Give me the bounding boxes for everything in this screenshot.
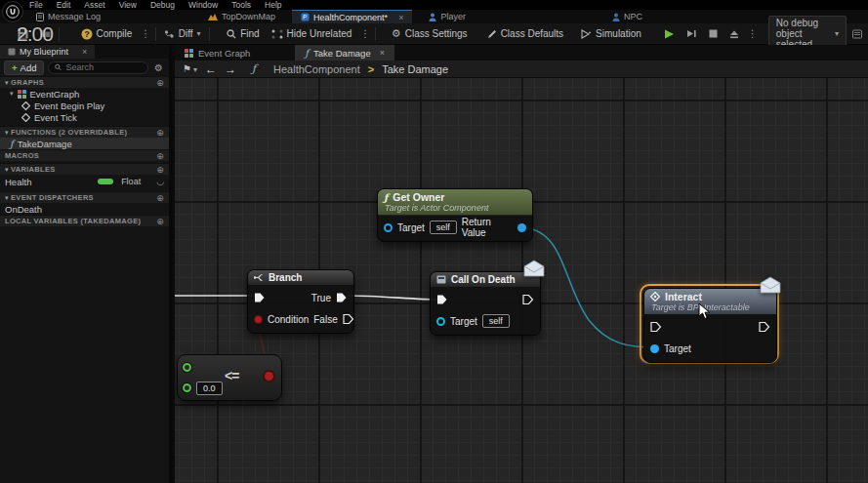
- exec-out-pin[interactable]: [759, 321, 770, 333]
- node-call-on-death[interactable]: Call On Death Target self: [430, 271, 541, 336]
- eject-button[interactable]: [723, 23, 745, 44]
- node-header[interactable]: ƒGet Owner Target is Actor Component: [378, 189, 532, 216]
- add-function-icon[interactable]: ⊕: [156, 128, 164, 138]
- tab-my-blueprint[interactable]: My Blueprint ×: [0, 45, 95, 59]
- macros-section-header[interactable]: MACROS ⊕: [0, 149, 169, 161]
- play-options-icon[interactable]: ⋮: [745, 28, 761, 39]
- dispatchers-section-header[interactable]: ▾ EVENT DISPATCHERS ⊕: [0, 191, 169, 203]
- back-arrow-icon[interactable]: ←: [205, 62, 217, 76]
- npc-icon: [612, 13, 620, 21]
- sidebar-item-takedamage[interactable]: ƒ TakeDamage: [0, 138, 169, 149]
- exec-in-pin[interactable]: [650, 321, 662, 333]
- play-button[interactable]: [657, 23, 681, 44]
- functions-section-header[interactable]: ▾ FUNCTIONS (2 OVERRIDABLE) ⊕: [0, 126, 169, 138]
- menu-window[interactable]: Window: [188, 0, 218, 10]
- hide-unrelated-options-icon[interactable]: ⋮: [357, 28, 373, 39]
- node-less-equal[interactable]: 0.0 <=: [177, 354, 282, 401]
- compile-options-icon[interactable]: ⋮: [138, 28, 153, 39]
- class-defaults-button[interactable]: Class Defaults: [481, 23, 569, 44]
- sidebar-item-ondeath[interactable]: OnDeath: [0, 203, 169, 215]
- exec-false-pin[interactable]: [343, 313, 354, 325]
- breadcrumb-root[interactable]: HealthComponent: [273, 63, 360, 75]
- compile-button[interactable]: ? Compile: [75, 23, 139, 44]
- exec-in-pin[interactable]: [254, 292, 266, 303]
- forward-arrow-icon[interactable]: →: [225, 62, 236, 76]
- frame-skip-button[interactable]: [681, 23, 703, 44]
- close-tab-icon[interactable]: ×: [398, 13, 403, 22]
- visibility-eye-icon[interactable]: ◡: [156, 177, 164, 186]
- search-input[interactable]: [65, 62, 142, 72]
- bool-result-pin[interactable]: [265, 372, 273, 381]
- collapse-caret-icon[interactable]: ▾: [10, 90, 14, 98]
- hide-unrelated-button[interactable]: Hide Unrelated: [266, 23, 358, 44]
- tab-take-damage[interactable]: ƒ Take Damage ×: [295, 45, 394, 60]
- tab-topdownmap[interactable]: TopDownMap: [199, 10, 284, 23]
- close-panel-icon[interactable]: ×: [82, 47, 87, 57]
- target-value-field[interactable]: self: [482, 314, 510, 328]
- exec-in-pin[interactable]: [436, 294, 448, 305]
- search-box[interactable]: [48, 61, 148, 74]
- menu-asset[interactable]: Asset: [84, 0, 104, 10]
- tab-label: Message Log: [48, 12, 101, 21]
- sidebar-item-event-begin-play[interactable]: Event Begin Play: [0, 100, 169, 111]
- add-variable-icon[interactable]: ⊕: [156, 165, 164, 175]
- menu-debug[interactable]: Debug: [150, 0, 175, 10]
- exec-true-pin[interactable]: [336, 292, 348, 303]
- variable-type-label: Float: [121, 177, 141, 186]
- node-header[interactable]: Branch: [248, 270, 353, 286]
- menu-view[interactable]: View: [119, 0, 137, 10]
- condition-pin[interactable]: [254, 315, 263, 324]
- float-input-pin-b[interactable]: [183, 383, 191, 392]
- tab-event-graph[interactable]: Event Graph: [175, 45, 260, 60]
- sidebar-item-event-tick[interactable]: Event Tick: [0, 111, 169, 123]
- graphs-section-header[interactable]: ▾ GRAPHS ⊕: [0, 76, 169, 88]
- add-macro-icon[interactable]: ⊕: [156, 151, 164, 161]
- pin-label: Condition: [268, 314, 309, 325]
- panel-icon: [8, 48, 16, 56]
- blueprint-graph-canvas[interactable]: ƒGet Owner Target is Actor Component Tar…: [175, 78, 868, 483]
- add-dispatcher-icon[interactable]: ⊕: [156, 193, 164, 203]
- variables-section-header[interactable]: ▾ VARIABLES ⊕: [0, 163, 169, 175]
- tab-message-log[interactable]: Message Log: [27, 10, 109, 23]
- class-settings-button[interactable]: ⚙ Class Settings: [386, 23, 474, 44]
- menu-help[interactable]: Help: [265, 0, 281, 10]
- menu-edit[interactable]: Edit: [57, 0, 71, 10]
- panel-settings-gear-icon[interactable]: ⚙: [152, 62, 165, 73]
- unreal-logo-icon[interactable]: [2, 1, 23, 22]
- target-value-field[interactable]: self: [430, 221, 457, 234]
- float-value-field[interactable]: 0.0: [196, 382, 223, 395]
- sidebar-item-eventgraph[interactable]: ▾ EventGraph: [0, 88, 169, 100]
- sidebar-item-health-variable[interactable]: Health Float ◡: [0, 175, 169, 188]
- menu-file[interactable]: File: [29, 0, 43, 10]
- float-input-pin-a[interactable]: [183, 363, 191, 372]
- tab-npc[interactable]: NPC: [603, 10, 651, 23]
- node-get-owner[interactable]: ƒGet Owner Target is Actor Component Tar…: [377, 188, 533, 242]
- node-branch[interactable]: Branch True Condition False: [247, 269, 354, 334]
- item-label: EventGraph: [30, 89, 80, 100]
- stop-button[interactable]: [703, 23, 723, 44]
- breadcrumb-current[interactable]: Take Damage: [382, 63, 448, 75]
- local-variables-section-header[interactable]: LOCAL VARIABLES (TAKEDAMAGE) ⊕: [0, 215, 169, 226]
- target-pin[interactable]: [384, 223, 393, 232]
- add-graph-icon[interactable]: ⊕: [156, 78, 164, 88]
- exec-out-pin[interactable]: [522, 294, 534, 305]
- debug-browse-button[interactable]: [847, 23, 868, 44]
- simulation-button[interactable]: Simulation: [575, 23, 647, 44]
- menu-tools[interactable]: Tools: [231, 0, 251, 10]
- tab-healthcomponent[interactable]: HealthComponent* ×: [292, 10, 412, 23]
- target-pin[interactable]: [650, 344, 659, 353]
- tab-player[interactable]: Player: [420, 10, 475, 23]
- find-button[interactable]: Find: [221, 23, 265, 44]
- my-blueprint-panel: My Blueprint × + Add ⚙ ▾ GRAPHS ⊕ ▾ Even…: [0, 45, 172, 483]
- add-local-variable-icon[interactable]: ⊕: [156, 217, 164, 226]
- diff-button[interactable]: Diff ▾: [158, 23, 207, 44]
- node-interact[interactable]: Interact Target is BPI Interactable Targ…: [643, 288, 777, 363]
- tab-label: TopDownMap: [222, 12, 275, 21]
- add-button[interactable]: + Add: [4, 60, 44, 75]
- return-value-pin[interactable]: [517, 223, 526, 232]
- bookmark-icon[interactable]: ⚑▾: [183, 63, 197, 74]
- target-pin[interactable]: [436, 317, 445, 326]
- close-tab-icon[interactable]: ×: [380, 48, 385, 58]
- diff-icon: [164, 29, 175, 39]
- section-title: LOCAL VARIABLES (TAKEDAMAGE): [5, 217, 141, 225]
